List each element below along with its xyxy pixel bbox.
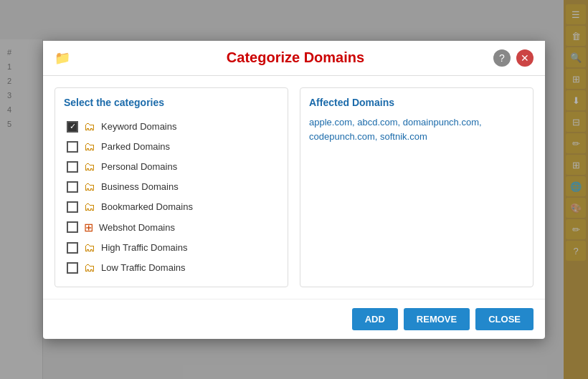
category-label-business: Business Domains <box>101 181 179 192</box>
modal-close-x-button[interactable]: ✕ <box>516 49 534 67</box>
close-button[interactable]: CLOSE <box>475 308 534 330</box>
category-label-parked: Parked Domains <box>101 141 170 152</box>
add-button[interactable]: ADD <box>352 308 398 330</box>
modal-body: Select the categories 🗂 Keyword Domains … <box>43 76 545 299</box>
modal-header-controls: ? ✕ <box>493 49 534 67</box>
category-label-high-traffic: High Traffic Domains <box>101 242 187 253</box>
category-parked-domains[interactable]: 🗂 Parked Domains <box>64 137 279 157</box>
modal-header-folder-icon: 📁 <box>54 50 70 66</box>
modal-help-button[interactable]: ? <box>493 49 511 67</box>
category-label-bookmarked: Bookmarked Domains <box>101 201 193 212</box>
folder-icon-keyword: 🗂 <box>84 120 95 133</box>
categorize-modal: 📁 Categorize Domains ? ✕ Select the cate… <box>43 41 545 339</box>
modal-header: 📁 Categorize Domains ? ✕ <box>43 41 545 76</box>
category-label-personal: Personal Domains <box>101 161 177 172</box>
categories-panel-title: Select the categories <box>64 97 279 108</box>
category-webshot-domains[interactable]: ⊞ Webshot Domains <box>64 217 279 238</box>
category-bookmarked-domains[interactable]: 🗂 Bookmarked Domains <box>64 197 279 217</box>
folder-icon-personal: 🗂 <box>84 160 95 173</box>
modal-footer: ADD REMOVE CLOSE <box>43 299 545 339</box>
folder-icon-parked: 🗂 <box>84 140 95 153</box>
category-high-traffic-domains[interactable]: 🗂 High Traffic Domains <box>64 238 279 258</box>
folder-icon-business: 🗂 <box>84 181 95 193</box>
remove-button[interactable]: REMOVE <box>404 308 470 330</box>
category-personal-domains[interactable]: 🗂 Personal Domains <box>64 157 279 177</box>
folder-icon-bookmarked: 🗂 <box>84 201 95 214</box>
category-low-traffic-domains[interactable]: 🗂 Low Traffic Domains <box>64 258 279 278</box>
category-label-webshot: Webshot Domains <box>99 222 175 233</box>
folder-icon-low-traffic: 🗂 <box>84 262 95 274</box>
grid-icon-webshot: ⊞ <box>84 221 93 234</box>
modal-overlay: 📁 Categorize Domains ? ✕ Select the cate… <box>0 0 588 379</box>
category-business-domains[interactable]: 🗂 Business Domains <box>64 177 279 197</box>
category-checkbox-business[interactable] <box>67 181 78 193</box>
category-checkbox-keyword[interactable] <box>67 121 78 133</box>
category-label-keyword: Keyword Domains <box>101 121 177 132</box>
modal-title: Categorize Domains <box>98 49 493 66</box>
category-keyword-domains[interactable]: 🗂 Keyword Domains <box>64 117 279 137</box>
category-checkbox-webshot[interactable] <box>67 221 78 233</box>
affected-panel-title: Affected Domains <box>309 97 524 108</box>
category-checkbox-personal[interactable] <box>67 161 78 173</box>
category-checkbox-high-traffic[interactable] <box>67 242 78 254</box>
affected-domains-list: apple.com, abcd.com, domainpunch.com, co… <box>309 115 524 145</box>
affected-panel: Affected Domains apple.com, abcd.com, do… <box>300 87 534 287</box>
category-label-low-traffic: Low Traffic Domains <box>101 262 186 273</box>
category-checkbox-low-traffic[interactable] <box>67 262 78 274</box>
category-checkbox-bookmarked[interactable] <box>67 201 78 213</box>
folder-icon-high-traffic: 🗂 <box>84 241 95 254</box>
categories-panel: Select the categories 🗂 Keyword Domains … <box>54 87 288 287</box>
category-checkbox-parked[interactable] <box>67 141 78 153</box>
